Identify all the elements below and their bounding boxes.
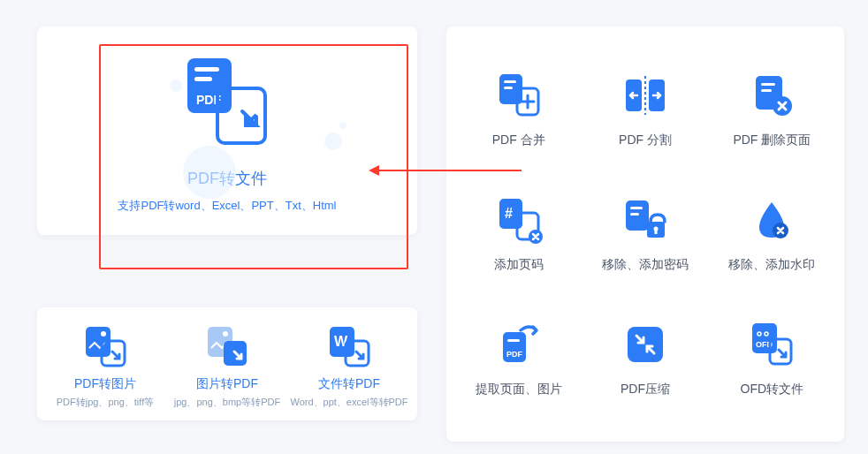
svg-rect-34	[654, 229, 657, 234]
svg-rect-37	[507, 339, 520, 342]
add-page-number-item[interactable]: # 添加页码	[455, 172, 582, 297]
svg-rect-39	[628, 327, 663, 362]
tools-grid-panel: PDF 合并 PDF 分割 PDF 删除页面	[446, 26, 844, 442]
pdf-merge-icon	[494, 71, 544, 120]
decor-circle	[324, 132, 342, 150]
password-item[interactable]: 移除、添加密码	[582, 172, 708, 297]
svg-rect-2	[194, 77, 212, 81]
watermark-item[interactable]: 移除、添加水印	[709, 172, 835, 297]
pdf-compress-icon	[621, 320, 670, 369]
svg-rect-1	[194, 67, 219, 72]
ofd-convert-icon: OFD	[747, 320, 796, 369]
svg-point-6	[101, 331, 106, 337]
file-to-pdf-item[interactable]: W 文件转PDF Word、ppt、excel等转PDF	[288, 323, 410, 408]
grid-item-label: 添加页码	[494, 257, 544, 273]
svg-rect-23	[761, 89, 772, 92]
small-item-title: 文件转PDF	[318, 376, 380, 392]
pdf-split-icon	[621, 71, 670, 120]
ofd-convert-item[interactable]: OFD OFD转文件	[709, 296, 835, 420]
svg-rect-16	[504, 87, 513, 89]
grid-item-label: PDF压缩	[621, 382, 670, 397]
svg-rect-22	[761, 83, 775, 86]
pdf-to-image-icon	[82, 323, 128, 369]
feature-desc: 支持PDF转word、Excel、PPT、Txt、Html	[118, 198, 336, 214]
small-item-title: 图片转PDF	[196, 376, 258, 392]
image-to-pdf-icon	[204, 323, 250, 369]
small-item-title: PDF转图片	[74, 376, 136, 392]
add-page-number-icon: #	[494, 195, 544, 245]
grid-item-label: 移除、添加水印	[728, 257, 815, 273]
grid-item-label: PDF 合并	[492, 132, 545, 148]
grid-item-label: OFD转文件	[741, 382, 804, 397]
pdf-convert-icon: PDF	[179, 53, 276, 150]
extract-page-item[interactable]: PDF 提取页面、图片	[455, 296, 582, 420]
grid-item-label: PDF 分割	[619, 132, 672, 148]
svg-rect-31	[630, 213, 639, 216]
pdf-split-item[interactable]: PDF 分割	[582, 48, 708, 172]
small-item-desc: PDF转jpg、png、tiff等	[57, 396, 154, 408]
small-feature-panel: PDF转图片 PDF转jpg、png、tiff等 图片转PDF jpg、png、…	[37, 307, 417, 420]
svg-point-9	[223, 331, 228, 337]
pdf-merge-item[interactable]: PDF 合并	[455, 48, 582, 172]
small-item-desc: Word、ppt、excel等转PDF	[290, 396, 407, 408]
svg-text:#: #	[505, 206, 513, 221]
file-to-pdf-icon: W	[326, 323, 372, 369]
pdf-to-image-item[interactable]: PDF转图片 PDF转jpg、png、tiff等	[44, 323, 166, 408]
grid-item-label: PDF 删除页面	[733, 132, 811, 148]
grid-item-label: 提取页面、图片	[476, 382, 562, 397]
svg-rect-30	[630, 207, 643, 209]
svg-text:PDF: PDF	[506, 350, 523, 359]
watermark-icon	[747, 195, 796, 245]
svg-rect-15	[504, 80, 516, 83]
image-to-pdf-item[interactable]: 图片转PDF jpg、png、bmp等转PDF	[166, 323, 288, 408]
decor-circle	[183, 146, 236, 199]
decor-circle	[339, 122, 346, 129]
pdf-compress-item[interactable]: PDF压缩	[582, 296, 708, 420]
password-icon	[621, 195, 670, 245]
pdf-to-file-card[interactable]: PDF PDF转文件 支持PDF转word、Excel、PPT、Txt、Html	[37, 26, 417, 235]
small-item-desc: jpg、png、bmp等转PDF	[174, 396, 280, 408]
pdf-delete-page-icon	[747, 71, 796, 120]
extract-page-icon: PDF	[494, 320, 544, 369]
grid-item-label: 移除、添加密码	[602, 257, 689, 273]
pdf-delete-page-item[interactable]: PDF 删除页面	[709, 48, 835, 172]
